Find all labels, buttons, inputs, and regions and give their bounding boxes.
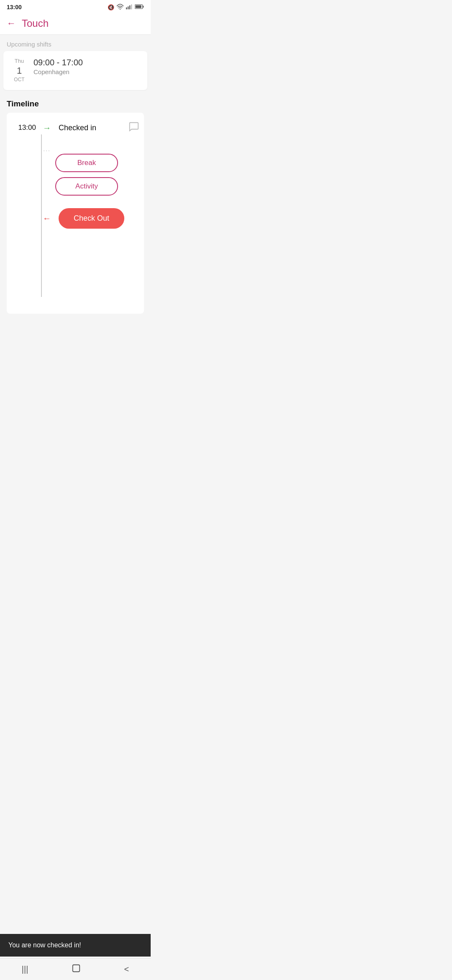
wifi-icon	[116, 4, 124, 11]
battery-icon	[135, 4, 144, 10]
back-button[interactable]: ←	[7, 18, 16, 29]
mute-icon: 🔇	[108, 4, 114, 10]
status-bar: 13:00 🔇	[0, 0, 151, 13]
shift-time: 09:00 - 17:00	[33, 58, 83, 67]
shift-date: Thu 1 OCT	[12, 58, 27, 83]
checkin-arrow-icon: →	[39, 123, 54, 133]
status-icons: 🔇	[108, 4, 144, 11]
timeline-container: 13:00 → Checked in ··· Break Activity ← …	[7, 113, 144, 314]
shift-location: Copenhagen	[33, 68, 83, 75]
timeline-dots-icon: ···	[39, 147, 54, 154]
shift-day-name: Thu	[12, 58, 27, 65]
svg-point-0	[120, 8, 121, 9]
timeline-title: Timeline	[7, 99, 144, 108]
svg-rect-3	[129, 5, 130, 9]
comment-icon[interactable]	[128, 121, 139, 134]
shift-month: OCT	[12, 77, 27, 83]
header: ← Touch	[0, 13, 151, 35]
upcoming-shifts-label: Upcoming shifts	[0, 35, 151, 51]
break-button[interactable]: Break	[55, 154, 118, 172]
checkout-arrow-icon: ←	[39, 214, 54, 223]
shift-info: 09:00 - 17:00 Copenhagen	[33, 58, 83, 75]
dots-row: ···	[12, 147, 139, 154]
checkin-time: 13:00	[12, 124, 36, 132]
signal-icon	[126, 4, 133, 11]
svg-rect-6	[143, 5, 144, 8]
checkout-button[interactable]: Check Out	[59, 208, 124, 229]
page-title: Touch	[22, 18, 49, 29]
shift-day-num: 1	[12, 65, 27, 77]
svg-rect-1	[126, 7, 127, 9]
checkin-row: 13:00 → Checked in	[12, 121, 139, 134]
action-buttons: Break Activity	[55, 154, 139, 196]
svg-rect-4	[131, 4, 132, 9]
svg-rect-2	[128, 6, 128, 9]
checkin-label: Checked in	[59, 124, 96, 132]
activity-button[interactable]: Activity	[55, 177, 118, 196]
status-time: 13:00	[7, 4, 22, 10]
checkout-row: ← Check Out	[12, 208, 139, 229]
svg-rect-7	[136, 5, 141, 8]
timeline-section: Timeline 13:00 → Checked in ··· Break Ac…	[0, 95, 151, 314]
shift-card: Thu 1 OCT 09:00 - 17:00 Copenhagen	[3, 51, 147, 90]
